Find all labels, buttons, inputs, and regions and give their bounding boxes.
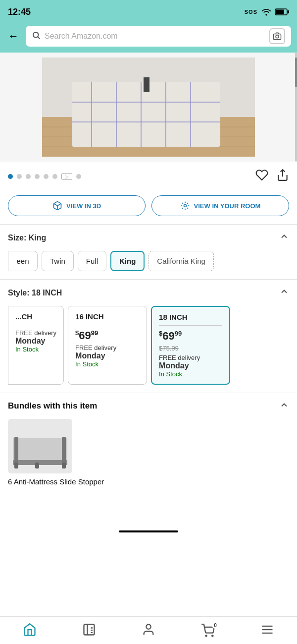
- bundles-title: Bundles with this item: [8, 401, 97, 411]
- camera-icon[interactable]: [269, 28, 285, 44]
- nav-library-button[interactable]: [82, 623, 96, 640]
- bundles-chevron[interactable]: [279, 400, 289, 412]
- style-options: ...CH FREE delivery Monday In Stock 16 I…: [8, 306, 289, 387]
- svg-line-4: [38, 37, 40, 39]
- style-16inch-name: 16 INCH: [75, 312, 140, 321]
- view-3d-icon: [52, 201, 62, 211]
- image-carousel-controls: ▷: [0, 162, 297, 191]
- svg-point-3: [33, 32, 39, 38]
- view-3d-label: VIEW IN 3D: [66, 202, 101, 210]
- style-label-text: Style:: [8, 289, 32, 297]
- status-time: 12:45: [8, 7, 31, 17]
- view-room-icon: [180, 201, 190, 211]
- nav-menu-button[interactable]: [260, 623, 274, 640]
- bundle-item-1[interactable]: 6 Anti-Mattress Slide Stopper: [8, 419, 289, 486]
- style-18inch-stock: In Stock: [159, 370, 222, 378]
- style-section: Style: 18 INCH ...CH FREE delivery Monda…: [0, 280, 297, 393]
- cart-badge: 0: [201, 624, 215, 639]
- style-section-header: Style: 18 INCH: [8, 287, 289, 299]
- bottom-nav: 0: [0, 616, 297, 644]
- svg-point-6: [276, 35, 279, 38]
- size-selected: King: [29, 234, 47, 242]
- size-option-twin[interactable]: Twin: [42, 251, 74, 271]
- style-card-partial-stock: In Stock: [15, 346, 56, 353]
- svg-rect-20: [144, 77, 149, 92]
- svg-rect-31: [84, 625, 95, 635]
- search-placeholder: Search Amazon.com: [45, 32, 265, 41]
- svg-rect-2: [288, 10, 289, 13]
- style-card-partial-delivery: FREE delivery: [15, 329, 56, 337]
- carousel-dot-4[interactable]: [35, 174, 40, 179]
- style-16inch-delivery: FREE delivery: [75, 344, 140, 351]
- carousel-dot-5[interactable]: [44, 174, 49, 179]
- style-card-18inch[interactable]: 18 INCH $6999 $75.99 FREE delivery Monda…: [151, 306, 230, 385]
- carousel-dot-1[interactable]: [8, 174, 13, 179]
- svg-rect-25: [13, 460, 67, 465]
- style-18inch-price: $6999: [159, 330, 222, 343]
- svg-point-34: [212, 635, 213, 636]
- style-card-partial[interactable]: ...CH FREE delivery Monday In Stock: [8, 306, 64, 385]
- share-button[interactable]: [276, 169, 289, 184]
- menu-icon: [260, 623, 274, 640]
- nav-home-button[interactable]: [23, 623, 37, 640]
- back-button[interactable]: ←: [6, 30, 21, 43]
- style-18inch-old-price: $75.99: [159, 345, 222, 352]
- carousel-dot-3[interactable]: [26, 174, 31, 179]
- size-section: Size: King een Twin Full King California…: [0, 225, 297, 279]
- style-18inch-divider: [159, 325, 222, 326]
- library-icon: [82, 623, 96, 640]
- style-chevron-up[interactable]: [279, 287, 289, 299]
- style-16inch-divider: [75, 325, 140, 325]
- view-room-label: VIEW IN YOUR ROOM: [194, 202, 261, 210]
- size-options: een Twin Full King California King: [8, 251, 289, 273]
- size-option-king[interactable]: King: [110, 251, 145, 271]
- carousel-dot-8[interactable]: [76, 174, 81, 179]
- cart-count: 0: [212, 622, 219, 629]
- nav-cart-button[interactable]: 0: [201, 624, 215, 639]
- scrollbar-thumb: [295, 58, 297, 87]
- product-image-art: [42, 58, 255, 157]
- search-bar-row: ← Search Amazon.com: [0, 22, 297, 53]
- svg-rect-1: [276, 10, 284, 14]
- view-room-button[interactable]: VIEW IN YOUR ROOM: [151, 195, 289, 216]
- style-selected: 18 INCH: [32, 289, 62, 297]
- svg-rect-28: [14, 463, 18, 468]
- svg-point-23: [184, 205, 186, 207]
- battery-icon: [275, 8, 289, 15]
- style-18inch-day: Monday: [159, 361, 222, 370]
- product-image: [0, 53, 297, 162]
- size-section-header: Size: King: [8, 232, 289, 244]
- view-3d-button[interactable]: VIEW IN 3D: [8, 195, 146, 216]
- bundles-section: Bundles with this item 6 Anti-Mattress S…: [0, 393, 297, 492]
- size-option-california-king[interactable]: California King: [148, 251, 214, 271]
- carousel-dot-video[interactable]: ▷: [61, 173, 72, 180]
- wishlist-button[interactable]: [255, 169, 268, 184]
- bundle-item-name: 6 Anti-Mattress Slide Stopper: [8, 477, 289, 486]
- bundles-header: Bundles with this item: [8, 400, 289, 412]
- home-indicator-bar: [119, 530, 178, 532]
- style-16inch-stock: In Stock: [75, 360, 140, 368]
- style-18inch-name: 18 INCH: [159, 313, 222, 321]
- svg-rect-29: [62, 463, 66, 468]
- bundle-frame-svg: [10, 423, 70, 470]
- style-16inch-day: Monday: [75, 351, 140, 360]
- carousel-dot-6[interactable]: [52, 174, 57, 179]
- svg-point-33: [205, 635, 206, 636]
- size-chevron-up[interactable]: [279, 232, 289, 244]
- search-icon: [32, 31, 41, 42]
- style-card-partial-name: ...CH: [15, 312, 56, 321]
- product-action-buttons: [255, 169, 289, 184]
- style-card-16inch[interactable]: 16 INCH $6999 FREE delivery Monday In St…: [68, 306, 147, 385]
- size-option-queen[interactable]: een: [8, 251, 38, 271]
- carousel-dots: ▷: [8, 173, 81, 180]
- size-option-full[interactable]: Full: [78, 251, 106, 271]
- status-bar: 12:45 SOS: [0, 0, 297, 22]
- carousel-dot-2[interactable]: [17, 174, 22, 179]
- svg-rect-27: [62, 437, 66, 464]
- style-label: Style: 18 INCH: [8, 289, 62, 297]
- home-icon: [23, 623, 37, 640]
- nav-account-button[interactable]: [142, 623, 155, 640]
- product-image-svg: [42, 58, 255, 157]
- search-box[interactable]: Search Amazon.com: [26, 26, 291, 47]
- svg-rect-30: [35, 463, 39, 468]
